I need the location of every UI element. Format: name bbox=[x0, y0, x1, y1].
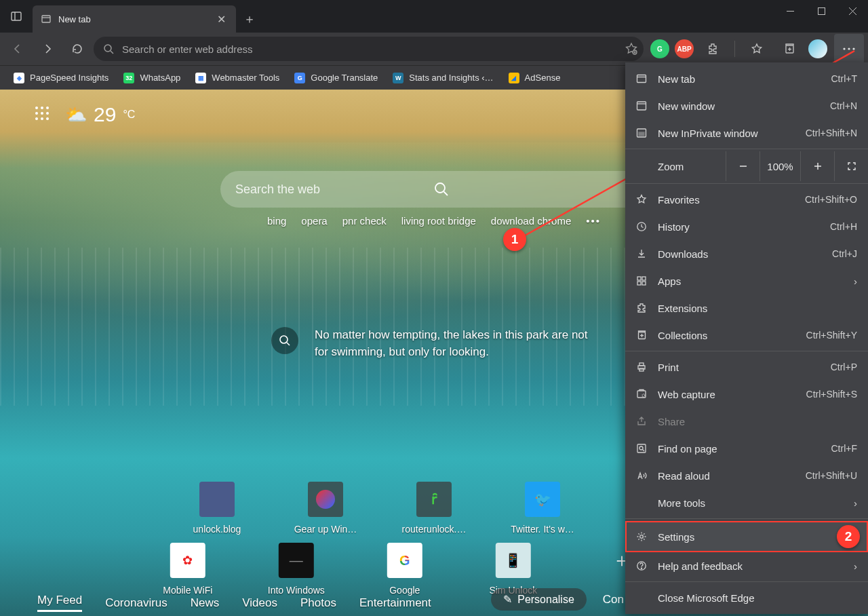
web-search-box[interactable]: Search the web bbox=[220, 171, 648, 208]
svg-line-31 bbox=[287, 343, 290, 345]
toolbar: Search or enter web address G ABP bbox=[0, 33, 868, 65]
extension-icons: G ABP bbox=[646, 35, 831, 62]
menu-new-window[interactable]: New window Ctrl+N bbox=[625, 92, 868, 119]
svg-rect-45 bbox=[637, 282, 641, 285]
svg-point-56 bbox=[639, 446, 643, 450]
svg-rect-53 bbox=[637, 391, 646, 398]
grammarly-extension-icon[interactable]: G bbox=[650, 39, 669, 58]
quick-link-tile[interactable]: 🐦Twitter. It's w… bbox=[515, 482, 570, 535]
window-controls bbox=[774, 0, 868, 22]
star-icon bbox=[635, 193, 648, 206]
svg-line-9 bbox=[111, 51, 113, 54]
tile-icon: ȓ bbox=[416, 482, 452, 517]
menu-new-inprivate[interactable]: New InPrivate window Ctrl+Shift+N bbox=[625, 119, 868, 147]
tab-close-button[interactable]: ✕ bbox=[213, 13, 229, 26]
more-menu-button[interactable] bbox=[834, 34, 864, 64]
bookmark-item[interactable]: ◈PageSpeed Insights bbox=[7, 70, 115, 86]
read-aloud-icon bbox=[635, 469, 648, 482]
quick-term[interactable]: bing bbox=[267, 215, 286, 227]
quick-link-tile[interactable]: Gear up Win… bbox=[298, 482, 353, 535]
menu-web-capture[interactable]: Web capture Ctrl+Shift+S bbox=[625, 381, 868, 408]
bookmark-item[interactable]: GGoogle Translate bbox=[288, 70, 384, 86]
feed-tab[interactable]: Coronavirus bbox=[105, 596, 167, 610]
content-label[interactable]: Con bbox=[603, 593, 624, 607]
quick-link-tile[interactable]: ȓrouterunlock.… bbox=[407, 482, 461, 535]
tile-label: Twitter. It's w… bbox=[511, 524, 574, 535]
bookmark-item[interactable]: 32WhatsApp bbox=[117, 70, 187, 86]
new-tab-button[interactable]: ＋ bbox=[236, 5, 263, 33]
menu-history[interactable]: History Ctrl+H bbox=[625, 213, 868, 240]
feed-tab[interactable]: Photos bbox=[300, 596, 336, 610]
bookmark-item[interactable]: WStats and Insights ‹… bbox=[386, 70, 500, 86]
menu-apps[interactable]: Apps › bbox=[625, 267, 868, 294]
quick-terms-more-icon[interactable]: ••• bbox=[586, 215, 601, 227]
menu-favorites[interactable]: Favorites Ctrl+Shift+O bbox=[625, 186, 868, 213]
zoom-in-button[interactable] bbox=[800, 151, 834, 181]
address-bar[interactable]: Search or enter web address bbox=[94, 37, 644, 61]
forward-button[interactable] bbox=[34, 35, 61, 62]
tile-icon: G bbox=[387, 543, 422, 578]
quick-link-tile[interactable]: ✿Mobile WiFi bbox=[161, 543, 215, 596]
browser-tab[interactable]: New tab ✕ bbox=[33, 5, 236, 33]
minimize-button[interactable] bbox=[774, 0, 806, 22]
feed-tab[interactable]: News bbox=[191, 596, 220, 610]
profile-avatar[interactable] bbox=[808, 39, 827, 58]
bookmark-item[interactable]: ▦Webmaster Tools bbox=[189, 70, 286, 86]
quick-link-tile[interactable]: —Into Windows bbox=[269, 543, 323, 596]
puzzle-icon bbox=[635, 301, 648, 315]
menu-downloads[interactable]: Downloads Ctrl+J bbox=[625, 240, 868, 267]
menu-extensions[interactable]: Extensions bbox=[625, 294, 868, 322]
extensions-button[interactable] bbox=[699, 35, 726, 62]
menu-settings[interactable]: Settings 2 bbox=[625, 521, 868, 552]
quick-term[interactable]: pnr check bbox=[342, 215, 387, 227]
svg-line-29 bbox=[444, 192, 448, 196]
bookmark-favicon-icon: W bbox=[393, 73, 403, 83]
find-icon bbox=[635, 442, 648, 455]
menu-print[interactable]: Print Ctrl+P bbox=[625, 353, 868, 381]
feed-tab[interactable]: Videos bbox=[242, 596, 277, 610]
menu-find[interactable]: Find on page Ctrl+F bbox=[625, 435, 868, 462]
quick-term[interactable]: living root bridge bbox=[401, 215, 476, 227]
menu-more-tools[interactable]: More tools › bbox=[625, 489, 868, 516]
close-window-button[interactable] bbox=[837, 0, 868, 22]
menu-new-tab[interactable]: New tab Ctrl+T bbox=[625, 65, 868, 92]
quick-link-tile[interactable]: GGoogle bbox=[378, 543, 432, 596]
refresh-button[interactable] bbox=[64, 35, 91, 62]
feed-tab[interactable]: Entertainment bbox=[359, 596, 431, 610]
capture-icon bbox=[635, 387, 648, 401]
collections-button[interactable] bbox=[776, 35, 803, 62]
quick-term[interactable]: download chrome bbox=[491, 215, 571, 227]
tile-icon: ✿ bbox=[170, 543, 205, 578]
zoom-value: 100% bbox=[760, 151, 800, 181]
menu-close-edge[interactable]: Close Microsoft Edge bbox=[625, 584, 868, 611]
titlebar: New tab ✕ ＋ bbox=[0, 0, 868, 33]
quick-link-tile[interactable]: unlock.blog bbox=[190, 482, 244, 535]
menu-collections[interactable]: Collections Ctrl+Shift+Y bbox=[625, 322, 868, 349]
quick-term[interactable]: opera bbox=[301, 215, 327, 227]
fullscreen-button[interactable] bbox=[834, 151, 868, 181]
maximize-button[interactable] bbox=[806, 0, 837, 22]
info-search-icon[interactable] bbox=[271, 327, 298, 354]
apps-icon bbox=[635, 274, 648, 288]
abp-extension-icon[interactable]: ABP bbox=[675, 39, 694, 58]
zoom-label: Zoom bbox=[625, 161, 726, 172]
back-button[interactable] bbox=[4, 35, 31, 62]
weather-widget[interactable]: ⛅ 29°C bbox=[65, 103, 135, 126]
menu-separator bbox=[625, 518, 868, 519]
chevron-right-icon: › bbox=[854, 560, 857, 572]
svg-point-21 bbox=[46, 107, 49, 109]
temperature-value: 29 bbox=[94, 103, 116, 126]
apps-grid-icon[interactable] bbox=[34, 105, 53, 124]
feed-tab[interactable]: My Feed bbox=[37, 594, 82, 612]
bookmark-item[interactable]: ◢AdSense bbox=[502, 70, 568, 86]
tab-actions-button[interactable] bbox=[0, 0, 33, 33]
menu-read-aloud[interactable]: Read aloud Ctrl+Shift+U bbox=[625, 462, 868, 489]
gear-icon bbox=[635, 530, 648, 543]
search-icon[interactable] bbox=[434, 182, 633, 197]
add-favorite-icon[interactable] bbox=[625, 42, 638, 56]
svg-point-24 bbox=[46, 112, 49, 115]
personalise-button[interactable]: ✎Personalise bbox=[491, 588, 587, 611]
favorites-button[interactable] bbox=[743, 35, 770, 62]
zoom-out-button[interactable] bbox=[726, 151, 760, 181]
menu-help[interactable]: Help and feedback › bbox=[625, 552, 868, 579]
